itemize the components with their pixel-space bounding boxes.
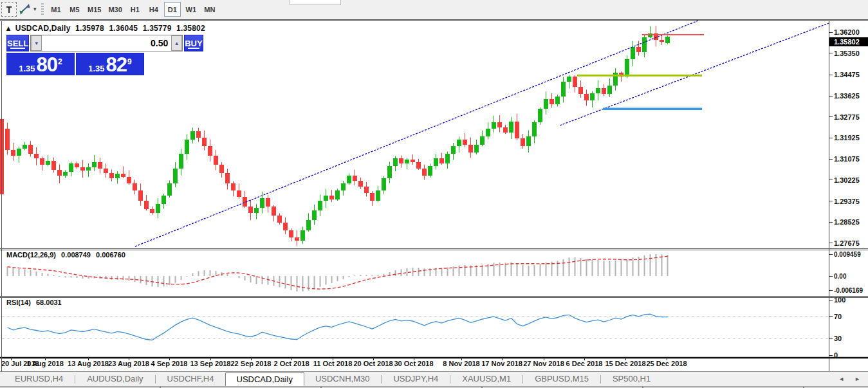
tab-separator (381, 375, 382, 383)
trendline-1[interactable] (135, 21, 698, 246)
chart-tab-sp500-h1[interactable]: SP500,H1 (602, 372, 661, 386)
date-axis-label: 11 Oct 2018 (313, 360, 353, 367)
tab-scroll-right-icon[interactable]: ► (854, 372, 860, 386)
timeframe-button-m5[interactable]: M5 (66, 2, 83, 17)
macd-value: 0.008749 (61, 251, 91, 259)
ohlc-header: ▴ USDCAD,Daily 1.35978 1.36045 1.35779 1… (6, 24, 208, 33)
date-axis-tick (291, 358, 292, 360)
buy-price-tile[interactable]: 1.35 82 9 (76, 53, 144, 75)
current-price-badge: 1.35802 (829, 37, 868, 46)
tab-scrollers: ◄► (838, 372, 860, 386)
date-axis-label: 2 Oct 2018 (273, 360, 309, 367)
macd-label: MACD(12,26,9) (6, 251, 56, 259)
date-axis-tick (461, 358, 462, 360)
date-axis-label: 25 Dec 2018 (647, 360, 687, 367)
price-axis-label: 1.31075 (834, 155, 860, 163)
macd-axis-label: 0.00 (834, 273, 846, 280)
ohlc-open: 1.35978 (75, 24, 104, 33)
chevron-down-icon[interactable]: ▾ (33, 6, 37, 12)
text-tool-button[interactable]: T (1, 2, 17, 17)
sell-price-big: 80 (37, 56, 57, 73)
timeframe-button-d1[interactable]: D1 (164, 2, 181, 17)
chart-tab-xauusd-m1[interactable]: XAUUSD,M1 (451, 372, 522, 386)
rsi-axis-label: 30 (834, 335, 842, 342)
chart-tab-usdcnh-m30[interactable]: USDCNH,M30 (304, 372, 381, 386)
chart-tab-usdchf-h4[interactable]: USDCHF,H4 (156, 372, 225, 386)
buy-button[interactable]: BUY (184, 35, 203, 51)
sell-price-tile[interactable]: 1.35 80 2 (6, 53, 75, 75)
date-axis-tick (129, 358, 129, 360)
timeframe-toolbar: T ▾ M1M5M15M30H1H4D1W1MN (0, 0, 868, 19)
tab-scroll-left-icon[interactable]: ◄ (838, 372, 844, 386)
rsi-axis-tick (829, 338, 833, 339)
rsi-axis-tick (829, 316, 833, 317)
rsi-label: RSI(14) (6, 299, 31, 306)
ohlc-close: 1.35802 (176, 24, 205, 33)
timeframe-button-w1[interactable]: W1 (183, 2, 199, 17)
symbol-tabs-bar: EURUSD,H4AUDUSD,DailyUSDCHF,H4USDCAD,Dai… (0, 372, 868, 386)
price-axis-label: 1.34475 (834, 71, 860, 79)
chart-window: ▴ USDCAD,Daily 1.35978 1.36045 1.35779 1… (0, 19, 868, 372)
volume-input[interactable] (42, 35, 171, 51)
rsi-axis-label: 70 (834, 313, 842, 320)
price-axis-label: 1.32775 (834, 113, 860, 121)
date-axis-tick (169, 358, 170, 360)
sell-button-label: SELL (7, 39, 28, 48)
sell-button[interactable]: SELL (6, 35, 29, 51)
price-axis-tick (829, 53, 833, 53)
rsi-axis-label: 100 (834, 296, 845, 304)
timeframe-button-m15[interactable]: M15 (85, 2, 104, 17)
timeframe-button-m30[interactable]: M30 (106, 2, 124, 17)
timeframe-button-h4[interactable]: H4 (145, 2, 162, 17)
macd-axis-label: 0.009459 (834, 251, 861, 258)
chart-tab-audusd-daily[interactable]: AUDUSD,Daily (76, 372, 154, 386)
tab-separator (450, 375, 450, 383)
date-axis-tick (210, 358, 211, 360)
ohlc-low: 1.35779 (143, 24, 172, 33)
price-axis-tick (829, 138, 833, 138)
toolbar-grip[interactable] (41, 3, 44, 16)
price-axis-tick (829, 222, 833, 223)
chart-tab-usdcad-daily[interactable]: USDCAD,Daily (225, 372, 304, 386)
collapse-triangle-icon[interactable]: ▴ (6, 24, 10, 33)
date-axis-label: 23 Aug 2018 (108, 360, 149, 367)
date-axis-tick (502, 358, 503, 360)
tab-separator (600, 375, 601, 383)
sell-underline (10, 48, 25, 49)
chart-tab-gbpusd-m15[interactable]: GBPUSD,M15 (524, 372, 600, 386)
rsi-axis-tick (829, 355, 833, 356)
macd-axis-label: -0.006169 (834, 287, 863, 294)
chart-tab-eurusd-h4[interactable]: EURUSD,H4 (4, 372, 74, 386)
timeframe-button-h1[interactable]: H1 (127, 2, 143, 17)
rsi-line (8, 314, 668, 340)
tab-separator (522, 375, 523, 383)
date-axis-label: 8 Nov 2018 (443, 360, 479, 367)
docked-toolbar-stub (290, 0, 341, 5)
timeframe-button-mn[interactable]: MN (201, 2, 218, 17)
date-axis-tick (333, 358, 333, 360)
date-axis-label: 22 Sep 2018 (231, 360, 272, 367)
rsi-axis-label: 0 (834, 351, 838, 359)
timeframe-button-m1[interactable]: M1 (48, 2, 64, 17)
price-axis-tick (829, 180, 833, 180)
date-axis-tick (88, 358, 89, 360)
trendline-2[interactable] (560, 23, 829, 125)
rsi-axis-tick (829, 300, 833, 300)
date-axis-label: 13 Aug 2018 (68, 360, 109, 367)
price-axis-label: 1.28525 (834, 218, 860, 226)
ohlc-high: 1.36045 (109, 24, 138, 33)
volume-decrease-button[interactable]: ▼ (31, 35, 42, 51)
buy-button-label: BUY (185, 39, 202, 48)
price-axis-label: 1.30225 (834, 176, 860, 184)
date-axis-label: 30 Oct 2018 (394, 360, 433, 367)
diagonal-arrows-icon[interactable] (17, 3, 33, 17)
macd-axis-tick (829, 276, 833, 277)
price-axis-tick (829, 96, 833, 97)
date-axis-tick (667, 358, 667, 360)
price-axis-label: 1.35350 (834, 50, 860, 57)
chart-tab-usdjpy-h4[interactable]: USDJPY,H4 (382, 372, 449, 386)
chart-symbol-label: USDCAD,Daily (15, 24, 71, 33)
price-axis-label: 1.29375 (834, 198, 860, 205)
tab-separator (75, 375, 75, 383)
volume-increase-button[interactable]: ▲ (171, 35, 182, 51)
